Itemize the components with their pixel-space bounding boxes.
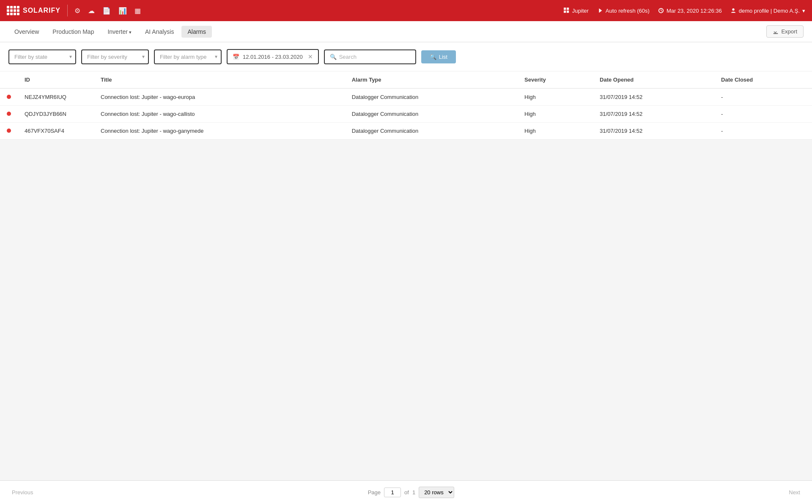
project-name: Jupiter [572, 8, 589, 14]
profile-chevron-icon: ▾ [802, 8, 805, 14]
row-status [0, 106, 18, 123]
row-date-closed: - [714, 123, 812, 140]
user-profile[interactable]: demo profile | Demo A.Ş. ▾ [730, 8, 805, 14]
table-container: ID Title Alarm Type Severity Date Opened… [0, 71, 812, 140]
row-status [0, 88, 18, 106]
date-range-value: 12.01.2016 - 23.03.2020 [243, 54, 303, 60]
calendar-icon: 📅 [233, 54, 239, 60]
topbar-icons: ⚙ ☁ 📄 📊 ▦ [74, 7, 141, 15]
col-header-status [0, 71, 18, 88]
row-severity: High [518, 106, 593, 123]
col-header-date-closed: Date Closed [714, 71, 812, 88]
row-alarm-type: Datalogger Communication [345, 88, 518, 106]
svg-rect-0 [564, 8, 566, 10]
list-button[interactable]: 🔍 List [421, 50, 456, 63]
state-filter[interactable]: Filter by state [8, 49, 76, 64]
row-id: QDJYD3JYB66N [18, 106, 94, 123]
cloud-upload-icon[interactable]: ☁ [88, 7, 95, 15]
export-label: Export [781, 28, 797, 35]
row-title: Connection lost: Jupiter - wago-callisto [94, 106, 345, 123]
document-icon[interactable]: 📄 [102, 7, 111, 15]
nav-inverter[interactable]: Inverter [102, 26, 137, 38]
auto-refresh-label: Auto refresh (60s) [606, 8, 650, 14]
auto-refresh[interactable]: Auto refresh (60s) [597, 8, 650, 14]
search-box[interactable]: 🔍 [324, 49, 416, 64]
svg-rect-3 [567, 11, 569, 13]
logo[interactable]: SOLARIFY [7, 6, 60, 15]
nav-ai-analysis[interactable]: AI Analysis [139, 26, 180, 38]
status-dot [7, 95, 11, 99]
table-row[interactable]: 467VFX70SAF4 Connection lost: Jupiter - … [0, 123, 812, 140]
row-severity: High [518, 123, 593, 140]
state-filter-wrap: Filter by state [8, 49, 76, 64]
row-id: 467VFX70SAF4 [18, 123, 94, 140]
svg-rect-2 [564, 11, 566, 13]
date-clear-button[interactable]: ✕ [308, 53, 313, 60]
col-header-severity: Severity [518, 71, 593, 88]
alarm-type-filter-wrap: Filter by alarm type [154, 49, 222, 64]
table-row[interactable]: NEJZ4YMR6IUQ Connection lost: Jupiter - … [0, 88, 812, 106]
datetime-display: Mar 23, 2020 12:26:36 [658, 8, 722, 14]
nav-overview[interactable]: Overview [8, 26, 45, 38]
export-button[interactable]: Export [766, 25, 804, 38]
row-status [0, 123, 18, 140]
col-header-title: Title [94, 71, 345, 88]
project-selector[interactable]: Jupiter [564, 8, 589, 14]
row-id: NEJZ4YMR6IUQ [18, 88, 94, 106]
svg-rect-1 [567, 8, 569, 10]
nav-production-map[interactable]: Production Map [47, 26, 100, 38]
severity-filter[interactable]: Filter by severity [81, 49, 149, 64]
nav-alarms[interactable]: Alarms [181, 26, 212, 38]
search-input[interactable] [339, 54, 410, 60]
chart-icon[interactable]: 📊 [118, 7, 127, 15]
row-date-closed: - [714, 88, 812, 106]
svg-marker-4 [599, 8, 602, 13]
list-button-label: List [439, 54, 447, 60]
main-content: Filter by state Filter by severity Filte… [0, 42, 812, 165]
row-date-opened: 31/07/2019 14:52 [593, 106, 714, 123]
table-header: ID Title Alarm Type Severity Date Opened… [0, 71, 812, 88]
profile-name: demo profile | Demo A.Ş. [739, 8, 800, 14]
table-body: NEJZ4YMR6IUQ Connection lost: Jupiter - … [0, 88, 812, 140]
row-title: Connection lost: Jupiter - wago-ganymede [94, 123, 345, 140]
status-dot [7, 129, 11, 133]
svg-point-6 [732, 8, 734, 11]
settings-icon[interactable]: ⚙ [74, 7, 80, 15]
date-range-filter[interactable]: 📅 12.01.2016 - 23.03.2020 ✕ [227, 49, 319, 64]
row-alarm-type: Datalogger Communication [345, 106, 518, 123]
row-alarm-type: Datalogger Communication [345, 123, 518, 140]
row-date-closed: - [714, 106, 812, 123]
row-date-opened: 31/07/2019 14:52 [593, 123, 714, 140]
row-severity: High [518, 88, 593, 106]
logo-text: SOLARIFY [23, 7, 60, 14]
alarms-table: ID Title Alarm Type Severity Date Opened… [0, 71, 812, 140]
search-list-icon: 🔍 [430, 54, 436, 60]
alarm-type-filter[interactable]: Filter by alarm type [154, 49, 222, 64]
topbar-right: Jupiter Auto refresh (60s) Mar 23, 2020 … [564, 8, 805, 14]
severity-filter-wrap: Filter by severity [81, 49, 149, 64]
col-header-id: ID [18, 71, 94, 88]
search-icon: 🔍 [330, 54, 337, 60]
filters-row: Filter by state Filter by severity Filte… [0, 42, 812, 71]
col-header-alarm-type: Alarm Type [345, 71, 518, 88]
subnav: Overview Production Map Inverter AI Anal… [0, 21, 812, 42]
topbar-divider [67, 5, 68, 16]
table-icon[interactable]: ▦ [134, 7, 141, 15]
row-date-opened: 31/07/2019 14:52 [593, 88, 714, 106]
row-title: Connection lost: Jupiter - wago-europa [94, 88, 345, 106]
status-dot [7, 112, 11, 116]
table-row[interactable]: QDJYD3JYB66N Connection lost: Jupiter - … [0, 106, 812, 123]
topbar-left: SOLARIFY ⚙ ☁ 📄 📊 ▦ [7, 5, 141, 16]
col-header-date-opened: Date Opened [593, 71, 714, 88]
datetime-text: Mar 23, 2020 12:26:36 [667, 8, 722, 14]
logo-grid-icon [7, 6, 19, 15]
topbar: SOLARIFY ⚙ ☁ 📄 📊 ▦ Jupiter Auto refresh … [0, 0, 812, 21]
